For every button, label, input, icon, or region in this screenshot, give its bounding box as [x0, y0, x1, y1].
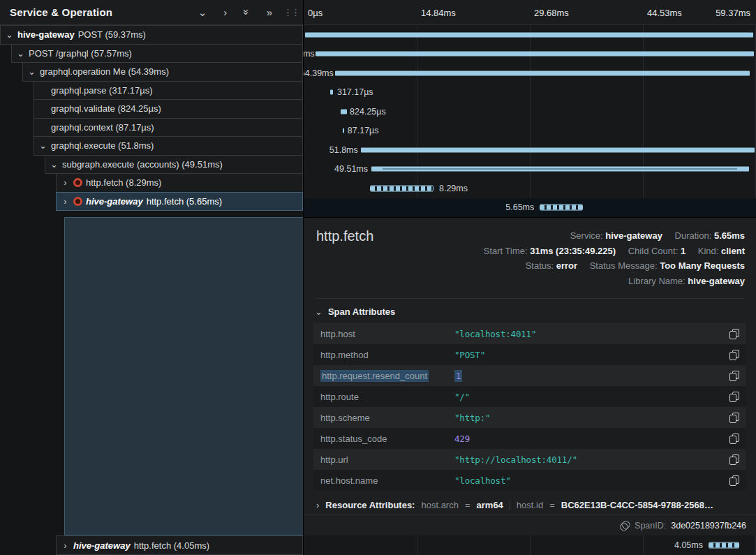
axis-tick-label: 14.84ms — [421, 7, 456, 17]
axis-tick-label: 0µs — [308, 7, 323, 17]
span-bar[interactable] — [343, 128, 344, 133]
span-row-root[interactable]: ⌄ hive-gateway POST (59.37ms) — [0, 25, 303, 45]
meta-line: Status: error Status Message: Too Many R… — [373, 258, 745, 274]
double-chevron-down-icon[interactable]: » — [242, 9, 252, 15]
span-label: http.fetch (4.05ms) — [134, 540, 209, 551]
chevron-right-icon[interactable]: › — [223, 7, 227, 17]
span-row[interactable]: graphql.validate (824.25µs) — [34, 99, 303, 119]
equals-sign: = — [465, 500, 470, 510]
service-name: hive-gateway — [73, 540, 131, 551]
meta-label: Duration: — [675, 230, 712, 241]
error-status-icon — [73, 197, 82, 206]
attribute-value: "/" — [454, 392, 729, 402]
meta-label: Status Message: — [590, 260, 658, 271]
attribute-value: "http://localhost:4011/" — [454, 454, 729, 465]
chevron-right-icon[interactable]: › — [61, 540, 70, 551]
trace-viewer: Service & Operation ⌄ › » » ⋮⋮ ⌄ hive-ga… — [0, 0, 756, 555]
attribute-key: http.url — [320, 454, 454, 465]
span-id-value: 3de02518937fb246 — [671, 521, 746, 531]
panel-resize-handle[interactable]: ⋮⋮ — [283, 7, 299, 17]
chevron-right-icon[interactable]: › — [61, 196, 70, 207]
panel-title: Service & Operation — [10, 6, 198, 18]
attribute-row: http.route "/" — [313, 386, 746, 407]
chevron-right-icon[interactable]: › — [61, 177, 70, 188]
span-row[interactable]: › hive-gateway http.fetch (4.05ms) — [56, 535, 303, 555]
copy-icon[interactable] — [729, 413, 739, 423]
attribute-value: 1 — [454, 371, 729, 381]
span-row[interactable]: graphql.parse (317.17µs) — [34, 81, 303, 101]
attribute-key: http.host — [320, 329, 454, 339]
span-bar[interactable] — [335, 71, 750, 75]
attribute-value: "localhost" — [454, 475, 729, 486]
attribute-row: http.scheme "http:" — [313, 407, 746, 428]
chevron-down-icon[interactable]: ⌄ — [16, 48, 25, 59]
attribute-key: http.status_code — [320, 434, 454, 444]
span-bar[interactable] — [370, 185, 433, 191]
timeline-rows: 57.57ms 54.39ms 317.17µs 824.25µs 87.17µ… — [304, 25, 756, 217]
attribute-row: http.host "localhost:4011" — [313, 323, 746, 344]
meta-value: hive-gateway — [605, 230, 662, 241]
equals-sign: = — [549, 500, 555, 510]
tree-toolbar: ⌄ › » » — [198, 7, 272, 17]
span-row-selected[interactable]: › hive-gateway http.fetch (5.65ms) — [56, 192, 303, 212]
copy-icon[interactable] — [729, 454, 739, 465]
section-title: Resource Attributes: — [325, 500, 415, 510]
chevron-down-icon[interactable]: ⌄ — [38, 140, 47, 151]
timeline-panel: 0µs 14.84ms 29.68ms 44.53ms 59.37ms 57.5… — [304, 0, 756, 555]
attribute-key: http.method — [320, 350, 454, 360]
span-label: http.fetch (8.29ms) — [86, 177, 161, 188]
chevron-down-icon[interactable]: ⌄ — [198, 7, 207, 17]
meta-label: Start Time: — [484, 246, 528, 256]
timeline-row: 57.57ms — [304, 45, 756, 64]
copy-icon[interactable] — [729, 434, 739, 444]
copy-icon[interactable] — [729, 371, 739, 381]
chevron-down-icon[interactable]: ⌄ — [315, 306, 323, 317]
span-label: subgraph.execute (accounts) (49.51ms) — [62, 159, 223, 170]
meta-line: Service: hive-gateway Duration: 5.65ms — [373, 228, 745, 244]
span-detail-title: http.fetch — [316, 228, 373, 288]
span-duration-label: 4.05ms — [674, 540, 703, 550]
copy-icon[interactable] — [729, 392, 739, 402]
span-bar[interactable] — [371, 167, 748, 172]
attribute-value: "localhost:4011" — [454, 329, 729, 339]
resource-value: BC62E13B-C4CC-5854-9788-2568… — [561, 500, 713, 510]
service-name: hive-gateway — [86, 196, 143, 207]
span-id-label: SpanID: — [635, 521, 666, 531]
span-row[interactable]: ⌄ subgraph.execute (accounts) (49.51ms) — [45, 155, 303, 175]
chevron-right-icon[interactable]: › — [316, 500, 319, 510]
span-bar[interactable] — [305, 32, 753, 37]
double-chevron-right-icon[interactable]: » — [267, 7, 272, 17]
chevron-down-icon[interactable]: ⌄ — [5, 29, 14, 40]
attribute-row: http.method "POST" — [313, 344, 746, 365]
copy-icon[interactable] — [729, 475, 739, 486]
link-icon[interactable] — [618, 519, 630, 531]
chevron-down-icon[interactable]: ⌄ — [27, 66, 36, 77]
span-duration-label: 57.57ms — [304, 49, 315, 59]
copy-icon[interactable] — [729, 350, 739, 360]
attribute-row: http.url "http://localhost:4011/" — [313, 449, 746, 470]
span-bar[interactable] — [341, 109, 347, 114]
resource-attributes-section-header[interactable]: › Resource Attributes: host.arch = arm64… — [304, 491, 756, 510]
span-row[interactable]: › http.fetch (8.29ms) — [56, 173, 303, 193]
span-bar[interactable] — [361, 147, 755, 152]
span-duration-label: 87.17µs — [348, 126, 379, 135]
span-row[interactable]: ⌄ graphql.operation Me (54.39ms) — [22, 62, 303, 82]
meta-line: Start Time: 31ms (23:35:49.225) Child Co… — [373, 244, 745, 259]
span-label: POST (59.37ms) — [78, 29, 146, 40]
copy-icon[interactable] — [729, 329, 739, 339]
span-row[interactable]: graphql.context (87.17µs) — [34, 118, 303, 138]
span-bar[interactable] — [709, 542, 739, 549]
span-label: POST /graphql (57.57ms) — [29, 48, 132, 59]
resource-value: arm64 — [477, 500, 503, 510]
span-row[interactable]: ⌄ graphql.execute (51.8ms) — [34, 136, 303, 156]
span-duration-label: 317.17µs — [337, 87, 373, 97]
span-bar[interactable] — [330, 90, 333, 95]
span-bar[interactable] — [540, 205, 583, 211]
timeline-row: 824.25µs — [304, 102, 756, 121]
span-row[interactable]: ⌄ POST /graphql (57.57ms) — [11, 44, 303, 64]
span-bar[interactable] — [316, 52, 755, 57]
span-duration-label: 54.39ms — [304, 68, 334, 78]
chevron-down-icon[interactable]: ⌄ — [50, 159, 59, 170]
span-attributes-section-header[interactable]: ⌄ Span Attributes — [304, 300, 756, 322]
timeline-row: 87.17µs — [304, 121, 756, 141]
